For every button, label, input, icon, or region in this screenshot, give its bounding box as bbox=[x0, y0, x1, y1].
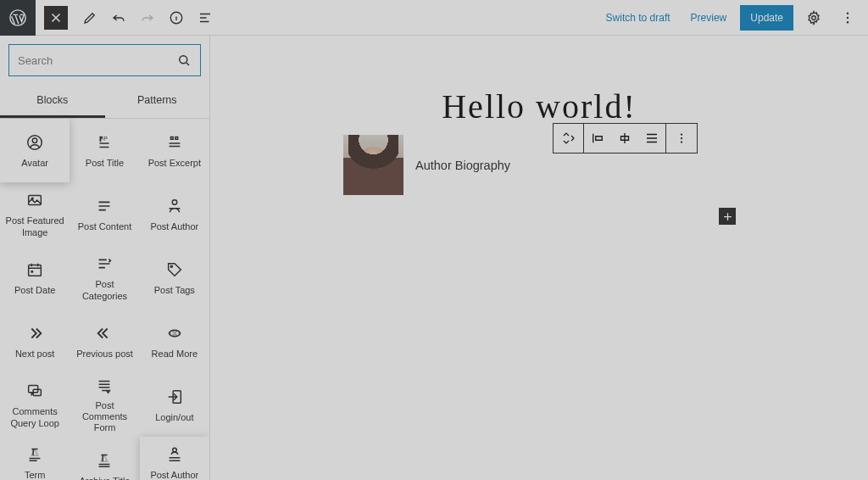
block-item-label: Post Author bbox=[150, 221, 198, 232]
block-item-label: Previous post bbox=[76, 349, 133, 360]
toolbar-left bbox=[76, 4, 219, 31]
block-item-label: Post Excerpt bbox=[148, 158, 201, 169]
post-date-icon bbox=[25, 260, 45, 280]
svg-point-20 bbox=[173, 449, 177, 453]
add-block-button[interactable] bbox=[719, 208, 736, 225]
post-excerpt-icon bbox=[164, 132, 185, 153]
svg-rect-13 bbox=[29, 265, 42, 276]
block-item-label: Term Description bbox=[3, 470, 66, 480]
block-item-post-title[interactable]: PPost Title bbox=[70, 119, 139, 182]
term-desc-icon bbox=[25, 444, 45, 465]
search-box[interactable] bbox=[8, 44, 201, 76]
svg-point-23 bbox=[681, 141, 682, 142]
block-item-previous-post[interactable]: Previous post bbox=[70, 310, 139, 373]
post-tags-icon bbox=[164, 260, 185, 280]
align-left-icon[interactable] bbox=[584, 124, 611, 153]
post-content-icon bbox=[94, 196, 114, 216]
block-item-author-bio[interactable]: Post Author Biography bbox=[140, 437, 209, 480]
block-more-icon[interactable] bbox=[666, 124, 697, 153]
previous-post-icon bbox=[94, 323, 114, 343]
align-icon[interactable] bbox=[638, 124, 665, 153]
svg-point-21 bbox=[681, 133, 682, 135]
inserter-tabs: Blocks Patterns bbox=[0, 85, 209, 119]
wordpress-logo[interactable] bbox=[0, 0, 36, 36]
featured-image-icon bbox=[25, 190, 45, 210]
svg-point-12 bbox=[172, 200, 177, 205]
block-item-label: Post Comments Form bbox=[73, 400, 136, 434]
post-author-icon bbox=[164, 196, 185, 216]
undo-icon[interactable] bbox=[105, 4, 132, 31]
svg-point-5 bbox=[847, 21, 849, 23]
block-item-archive-title[interactable]: Archive Title bbox=[70, 437, 139, 480]
search-wrap bbox=[0, 36, 209, 85]
blocks-grid: AvatarPPost TitlePost ExcerptPost Featur… bbox=[0, 119, 209, 480]
block-item-featured-image[interactable]: Post Featured Image bbox=[0, 182, 70, 246]
tab-patterns[interactable]: Patterns bbox=[105, 85, 210, 118]
edit-tool-icon[interactable] bbox=[76, 4, 103, 31]
comments-loop-icon bbox=[25, 381, 45, 401]
post-title-icon: P bbox=[94, 132, 114, 153]
post-categories-icon bbox=[94, 254, 114, 274]
block-item-label: Post Author Biography bbox=[143, 470, 206, 480]
block-item-comments-loop[interactable]: Comments Query Loop bbox=[0, 373, 70, 437]
outline-icon[interactable] bbox=[192, 4, 219, 31]
redo-icon[interactable] bbox=[134, 4, 161, 31]
block-item-post-date[interactable]: Post Date bbox=[0, 246, 70, 310]
author-bio-icon bbox=[164, 444, 185, 465]
toolbar-right: Switch to draft Preview Update bbox=[599, 4, 868, 31]
svg-rect-14 bbox=[31, 271, 34, 273]
svg-point-4 bbox=[847, 16, 849, 18]
block-item-label: Next post bbox=[15, 349, 54, 360]
block-item-post-tags[interactable]: Post Tags bbox=[140, 246, 209, 310]
block-item-login[interactable]: Login/out bbox=[140, 373, 209, 437]
block-item-label: Post Featured Image bbox=[3, 215, 66, 237]
avatar-image[interactable] bbox=[343, 135, 403, 195]
block-item-label: Archive Title bbox=[80, 476, 131, 480]
search-icon bbox=[176, 53, 192, 68]
block-item-next-post[interactable]: Next post bbox=[0, 310, 70, 373]
svg-point-11 bbox=[31, 198, 33, 200]
svg-point-22 bbox=[681, 137, 682, 139]
align-center-icon[interactable] bbox=[611, 124, 638, 153]
block-item-post-excerpt[interactable]: Post Excerpt bbox=[140, 119, 209, 182]
block-toolbar bbox=[553, 123, 698, 153]
post-title[interactable]: Hello world! bbox=[442, 87, 637, 126]
editor-canvas[interactable]: Hello world! Author Biography bbox=[210, 36, 868, 480]
switch-draft-link[interactable]: Switch to draft bbox=[599, 7, 677, 29]
update-button[interactable]: Update bbox=[740, 5, 793, 31]
search-input[interactable] bbox=[18, 54, 176, 67]
block-item-label: Comments Query Loop bbox=[3, 406, 66, 428]
block-item-label: Login/out bbox=[155, 412, 193, 423]
block-item-avatar[interactable]: Avatar bbox=[0, 119, 70, 182]
archive-title-icon bbox=[94, 450, 114, 471]
block-item-label: Post Content bbox=[78, 221, 132, 232]
block-item-post-categories[interactable]: Post Categories bbox=[70, 246, 139, 310]
login-icon bbox=[164, 387, 185, 407]
block-item-post-author[interactable]: Post Author bbox=[140, 182, 209, 246]
info-icon[interactable] bbox=[163, 4, 190, 31]
block-item-post-content[interactable]: Post Content bbox=[70, 182, 139, 246]
block-item-read-more[interactable]: Read More bbox=[140, 310, 209, 373]
block-item-label: Post Title bbox=[86, 158, 124, 169]
block-item-term-desc[interactable]: Term Description bbox=[0, 437, 70, 480]
close-inserter-button[interactable] bbox=[44, 6, 68, 30]
block-item-label: Avatar bbox=[21, 158, 48, 169]
author-bio-text[interactable]: Author Biography bbox=[415, 159, 510, 172]
svg-point-2 bbox=[812, 15, 816, 20]
block-item-comments-form[interactable]: Post Comments Form bbox=[70, 373, 139, 437]
read-more-icon bbox=[164, 323, 185, 343]
svg-text:P: P bbox=[104, 135, 108, 142]
main-row: Blocks Patterns AvatarPPost TitlePost Ex… bbox=[0, 36, 868, 480]
comments-form-icon bbox=[94, 377, 114, 395]
tab-blocks[interactable]: Blocks bbox=[0, 85, 105, 118]
block-item-label: Post Date bbox=[14, 285, 55, 296]
block-item-label: Post Categories bbox=[73, 279, 136, 301]
block-type-icon[interactable] bbox=[554, 124, 584, 153]
preview-link[interactable]: Preview bbox=[684, 7, 734, 29]
settings-icon[interactable] bbox=[800, 4, 827, 31]
svg-point-3 bbox=[847, 12, 849, 14]
options-icon[interactable] bbox=[834, 4, 861, 31]
svg-point-15 bbox=[170, 265, 172, 267]
block-item-label: Read More bbox=[152, 349, 198, 360]
next-post-icon bbox=[25, 323, 45, 343]
